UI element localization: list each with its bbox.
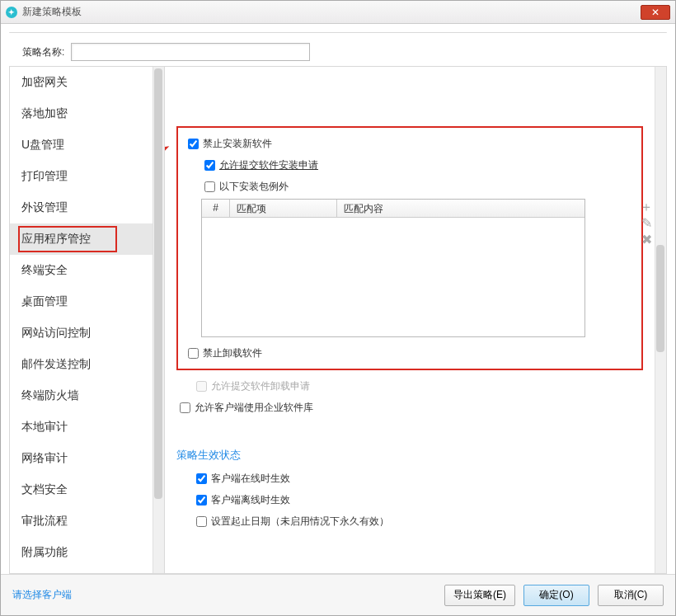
sidebar-item-label: 外设管理 <box>21 200 68 215</box>
window-title: 新建策略模板 <box>22 5 641 19</box>
set-date-row[interactable]: 设置起止日期（未启用情况下永久有效） <box>176 510 643 532</box>
forbid-uninstall-row[interactable]: 禁止卸载软件 <box>185 342 635 364</box>
client-online-label: 客户端在线时生效 <box>211 472 290 486</box>
forbid-uninstall-checkbox[interactable] <box>188 348 199 359</box>
allow-uninstall-request-label: 允许提交软件卸载申请 <box>211 379 310 393</box>
cancel-button[interactable]: 取消(C) <box>598 585 664 606</box>
sidebar-item[interactable]: 桌面管理 <box>10 286 153 317</box>
allow-enterprise-lib-checkbox[interactable] <box>180 402 190 413</box>
sidebar-list: 加密网关落地加密U盘管理打印管理外设管理应用程序管控终端安全桌面管理网站访问控制… <box>10 67 153 568</box>
close-button[interactable]: ✕ <box>641 5 670 20</box>
sidebar-scrollbar[interactable] <box>153 67 164 573</box>
th-match-content: 匹配内容 <box>337 200 584 217</box>
forbid-install-checkbox-row[interactable]: 禁止安装新软件 <box>185 133 635 154</box>
sidebar-item-label: 本地审计 <box>21 420 68 435</box>
sidebar: 加密网关落地加密U盘管理打印管理外设管理应用程序管控终端安全桌面管理网站访问控制… <box>10 67 165 573</box>
sidebar-item[interactable]: 加密网关 <box>10 67 153 98</box>
exception-table-body <box>202 218 584 336</box>
client-offline-checkbox[interactable] <box>196 495 207 505</box>
content-scrollbar-thumb[interactable] <box>656 245 664 352</box>
ok-button[interactable]: 确定(O) <box>523 585 589 606</box>
forbid-install-label: 禁止安装新软件 <box>203 137 272 151</box>
allow-enterprise-lib-label: 允许客户端使用企业软件库 <box>195 401 313 415</box>
sidebar-item[interactable]: 文档安全 <box>10 474 153 505</box>
allow-install-request-label: 允许提交软件安装申请 <box>219 158 318 172</box>
table-toolbar: ＋ ✎ ✖ <box>640 199 653 245</box>
client-offline-row[interactable]: 客户端离线时生效 <box>176 489 643 510</box>
sidebar-item[interactable]: U盘管理 <box>10 129 153 161</box>
effect-status-title: 策略生效状态 <box>176 448 643 463</box>
sidebar-item-label: 审批流程 <box>21 514 68 529</box>
sidebar-item[interactable]: 网络审计 <box>10 443 153 474</box>
sidebar-item[interactable]: 外设管理 <box>10 192 153 223</box>
sidebar-item-label: 桌面管理 <box>21 294 68 309</box>
forbid-install-checkbox[interactable] <box>188 139 199 149</box>
package-exception-label: 以下安装包例外 <box>219 180 289 194</box>
set-date-label: 设置起止日期（未启用情况下永久有效） <box>211 515 389 529</box>
allow-enterprise-lib-row[interactable]: 允许客户端使用企业软件库 <box>176 397 643 418</box>
th-index: # <box>202 200 230 217</box>
sidebar-item-label: 附属功能 <box>21 545 68 560</box>
allow-install-request-row[interactable]: 允许提交软件安装申请 <box>185 154 635 176</box>
sidebar-item-label: 终端安全 <box>21 263 68 278</box>
sidebar-item-label: 文档安全 <box>21 482 68 497</box>
policy-name-input[interactable] <box>71 43 310 61</box>
content-inner: 禁止安装新软件 允许提交软件安装申请 以下安装包例外 <box>165 118 655 540</box>
client-offline-label: 客户端离线时生效 <box>211 493 290 507</box>
sidebar-item[interactable]: 审批流程 <box>10 505 153 537</box>
highlight-panel: 禁止安装新软件 允许提交软件安装申请 以下安装包例外 <box>176 126 643 370</box>
sidebar-item[interactable]: 应用程序管控 <box>10 223 153 255</box>
sidebar-item-label: 邮件发送控制 <box>21 357 91 372</box>
policy-name-label: 策略名称: <box>22 45 64 59</box>
sidebar-item-label: 落地加密 <box>21 106 68 121</box>
sidebar-item-label: 应用程序管控 <box>21 232 91 247</box>
sidebar-item[interactable]: 落地加密 <box>10 98 153 129</box>
package-exception-row[interactable]: 以下安装包例外 <box>185 176 635 197</box>
sidebar-item-label: 终端防火墙 <box>21 388 79 403</box>
sidebar-item[interactable]: 打印管理 <box>10 161 153 192</box>
allow-uninstall-request-row: 允许提交软件卸载申请 <box>176 375 643 397</box>
content-scrollbar[interactable] <box>655 67 666 573</box>
sidebar-item[interactable]: 本地审计 <box>10 411 153 443</box>
app-icon: ✦ <box>6 7 17 18</box>
sidebar-item[interactable]: 终端安全 <box>10 255 153 286</box>
content: 禁止安装新软件 允许提交软件安装申请 以下安装包例外 <box>165 67 655 573</box>
sidebar-item[interactable]: 网站访问控制 <box>10 317 153 349</box>
plus-icon[interactable]: ＋ <box>640 199 653 212</box>
forbid-uninstall-label: 禁止卸载软件 <box>203 346 262 360</box>
content-wrap: 禁止安装新软件 允许提交软件安装申请 以下安装包例外 <box>165 67 666 573</box>
exception-table-box: # 匹配项 匹配内容 ＋ ✎ ✖ <box>201 199 635 337</box>
sidebar-item-label: 网站访问控制 <box>21 326 91 341</box>
sidebar-item-label: 打印管理 <box>21 169 68 184</box>
exception-table-header: # 匹配项 匹配内容 <box>202 200 584 218</box>
dialog-window: ✦ 新建策略模板 ✕ 策略名称: 加密网关落地加密U盘管理打印管理外设管理应用程… <box>0 0 676 616</box>
sidebar-item[interactable]: 终端防火墙 <box>10 380 153 411</box>
delete-icon[interactable]: ✖ <box>640 232 653 245</box>
sidebar-scrollbar-thumb[interactable] <box>154 68 162 499</box>
main-area: 加密网关落地加密U盘管理打印管理外设管理应用程序管控终端安全桌面管理网站访问控制… <box>9 66 667 574</box>
pencil-icon[interactable]: ✎ <box>640 215 653 228</box>
policy-name-row: 策略名称: <box>9 32 667 66</box>
package-exception-checkbox[interactable] <box>204 181 215 192</box>
allow-uninstall-request-checkbox <box>196 381 207 392</box>
sidebar-item-label: U盘管理 <box>21 138 64 153</box>
client-online-row[interactable]: 客户端在线时生效 <box>176 468 643 489</box>
sidebar-item-label: 网络审计 <box>21 451 68 466</box>
footer: 请选择客户端 导出策略(E) 确定(O) 取消(C) <box>1 574 675 615</box>
export-button[interactable]: 导出策略(E) <box>444 585 515 606</box>
sidebar-item[interactable]: 附属功能 <box>10 537 153 568</box>
select-client-link[interactable]: 请选择客户端 <box>12 588 72 602</box>
sidebar-item[interactable]: 邮件发送控制 <box>10 349 153 380</box>
set-date-checkbox[interactable] <box>196 516 207 527</box>
allow-install-request-checkbox[interactable] <box>204 160 215 171</box>
sidebar-item-label: 加密网关 <box>21 75 68 90</box>
exception-table: # 匹配项 匹配内容 <box>201 199 585 337</box>
title-bar: ✦ 新建策略模板 ✕ <box>1 1 675 24</box>
th-match-item: 匹配项 <box>230 200 337 217</box>
client-online-checkbox[interactable] <box>196 473 207 484</box>
close-icon: ✕ <box>651 7 660 17</box>
